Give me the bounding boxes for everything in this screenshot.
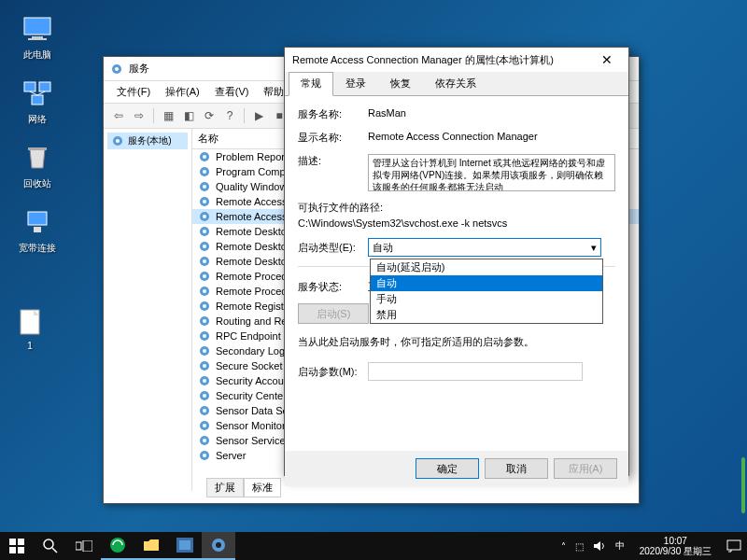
- tray-network-icon[interactable]: ⬚: [575, 541, 584, 552]
- svg-line-63: [52, 548, 57, 553]
- tray-chevron-icon[interactable]: ˄: [561, 541, 566, 552]
- desktop-icon-recycle-bin[interactable]: 回收站: [9, 138, 65, 193]
- gear-icon: [198, 389, 211, 402]
- selected-option: 自动: [373, 241, 393, 255]
- desktop-icon-broadband[interactable]: 宽带连接: [9, 203, 65, 258]
- service-name: Security Center: [216, 390, 287, 401]
- system-tray: ˄ ⬚ 中 10:07 2020/9/30 星期三: [561, 536, 747, 556]
- label-executable-path: 可执行文件的路径:: [298, 201, 615, 215]
- properties-titlebar[interactable]: Remote Access Connection Manager 的属性(本地计…: [285, 48, 628, 72]
- service-name: Sensor Service: [216, 435, 286, 446]
- gear-icon: [198, 329, 211, 343]
- hint-text: 当从此处启动服务时，你可指定所适用的启动参数。: [298, 335, 615, 349]
- tab-recovery[interactable]: 恢复: [378, 72, 423, 95]
- value-description[interactable]: 管理从这台计算机到 Internet 或其他远程网络的拨号和虚拟专用网络(VPN…: [368, 154, 615, 191]
- tab-standard[interactable]: 标准: [244, 478, 281, 497]
- svg-point-45: [203, 364, 206, 368]
- menu-action[interactable]: 操作(A): [158, 83, 207, 101]
- label-description: 描述:: [298, 154, 368, 191]
- clock-time: 10:07: [640, 536, 712, 546]
- taskbar-item-edge[interactable]: [101, 532, 134, 560]
- gear-icon: [198, 404, 211, 417]
- computer-icon: [21, 12, 54, 46]
- svg-point-55: [203, 439, 206, 442]
- menu-view[interactable]: 查看(V): [207, 83, 257, 101]
- tab-extended[interactable]: 扩展: [206, 478, 244, 497]
- svg-point-37: [203, 304, 206, 308]
- side-indicator: [741, 457, 745, 513]
- svg-line-7: [37, 91, 45, 95]
- properties-content: 服务名称: RasMan 显示名称: Remote Access Connect…: [285, 96, 628, 451]
- dialog-title: Remote Access Connection Manager 的属性(本地计…: [292, 53, 593, 67]
- sidebar-item-services-local[interactable]: 服务(本地): [107, 133, 188, 149]
- task-view-button[interactable]: [67, 532, 101, 560]
- start-button[interactable]: [0, 532, 34, 560]
- desktop-icon-network[interactable]: 网络: [9, 74, 65, 129]
- desktop-file[interactable]: 1: [17, 308, 43, 351]
- service-name: Program Compat: [216, 166, 294, 177]
- dropdown-option-auto-delayed[interactable]: 自动(延迟启动): [371, 259, 602, 275]
- service-name: Server: [216, 450, 246, 461]
- cancel-button[interactable]: 取消: [485, 458, 548, 479]
- forward-icon[interactable]: ⇨: [130, 106, 148, 125]
- services-sidebar: 服务(本地): [104, 129, 192, 491]
- gear-icon: [198, 150, 211, 163]
- desktop-icon-label: 网络: [28, 113, 47, 126]
- volume-icon[interactable]: [593, 540, 606, 552]
- svg-rect-58: [9, 539, 16, 545]
- svg-rect-65: [83, 540, 92, 552]
- desktop-icon-label: 此电脑: [23, 49, 51, 62]
- taskbar-clock[interactable]: 10:07 2020/9/30 星期三: [634, 536, 717, 556]
- taskbar-item-services[interactable]: [202, 532, 235, 560]
- startup-type-dropdown: 自动(延迟启动) 自动 手动 禁用: [370, 259, 603, 324]
- svg-point-39: [203, 319, 206, 323]
- desktop-icon-this-pc[interactable]: 此电脑: [9, 9, 65, 64]
- value-executable-path: C:\Windows\System32\svchost.exe -k netsv…: [298, 217, 615, 229]
- taskbar-item-app[interactable]: [168, 532, 202, 560]
- svg-rect-1: [32, 36, 43, 38]
- toolbar-icon[interactable]: ◧: [179, 106, 198, 125]
- ok-button[interactable]: 确定: [416, 458, 479, 479]
- svg-point-21: [203, 185, 206, 189]
- gear-icon: [198, 359, 211, 372]
- search-button[interactable]: [34, 532, 67, 560]
- chevron-down-icon: ▾: [591, 242, 597, 254]
- svg-point-33: [203, 274, 206, 278]
- toolbar-icon[interactable]: ⟳: [200, 106, 218, 125]
- svg-line-6: [30, 91, 37, 95]
- svg-point-19: [203, 170, 206, 174]
- toolbar-icon[interactable]: ▦: [159, 106, 177, 125]
- tab-general[interactable]: 常规: [289, 72, 333, 96]
- desktop-icon-label: 宽带连接: [19, 242, 56, 255]
- gear-icon: [198, 285, 211, 298]
- svg-point-43: [203, 349, 206, 353]
- taskbar-item-explorer[interactable]: [134, 532, 168, 560]
- svg-rect-5: [32, 95, 43, 105]
- windows-icon: [9, 539, 24, 553]
- close-button[interactable]: ✕: [593, 49, 621, 70]
- dropdown-option-manual[interactable]: 手动: [371, 291, 602, 307]
- gear-icon: [198, 270, 211, 283]
- help-icon[interactable]: ?: [220, 106, 239, 125]
- ime-indicator[interactable]: 中: [615, 539, 625, 553]
- properties-dialog: Remote Access Connection Manager 的属性(本地计…: [284, 47, 629, 476]
- startup-type-select[interactable]: 自动 ▾: [368, 238, 601, 257]
- svg-point-53: [203, 424, 206, 427]
- notifications-icon[interactable]: [726, 539, 741, 553]
- properties-tabs: 常规 登录 恢复 依存关系: [285, 72, 628, 96]
- start-button: 启动(S): [298, 303, 369, 324]
- service-name: Sensor Monitorin: [216, 420, 293, 431]
- taskbar: ˄ ⬚ 中 10:07 2020/9/30 星期三: [0, 532, 747, 560]
- tab-logon[interactable]: 登录: [333, 72, 378, 95]
- back-icon[interactable]: ⇦: [109, 106, 128, 125]
- start-params-input: [368, 362, 583, 381]
- service-name: Remote Desktop: [216, 256, 292, 267]
- tab-dependencies[interactable]: 依存关系: [423, 72, 488, 95]
- dropdown-option-auto[interactable]: 自动: [371, 275, 602, 291]
- play-icon[interactable]: ▶: [249, 106, 268, 125]
- dropdown-option-disabled[interactable]: 禁用: [371, 307, 602, 323]
- menu-file[interactable]: 文件(F): [109, 83, 158, 101]
- svg-rect-59: [18, 539, 24, 545]
- svg-rect-61: [18, 547, 24, 553]
- svg-point-31: [203, 259, 206, 263]
